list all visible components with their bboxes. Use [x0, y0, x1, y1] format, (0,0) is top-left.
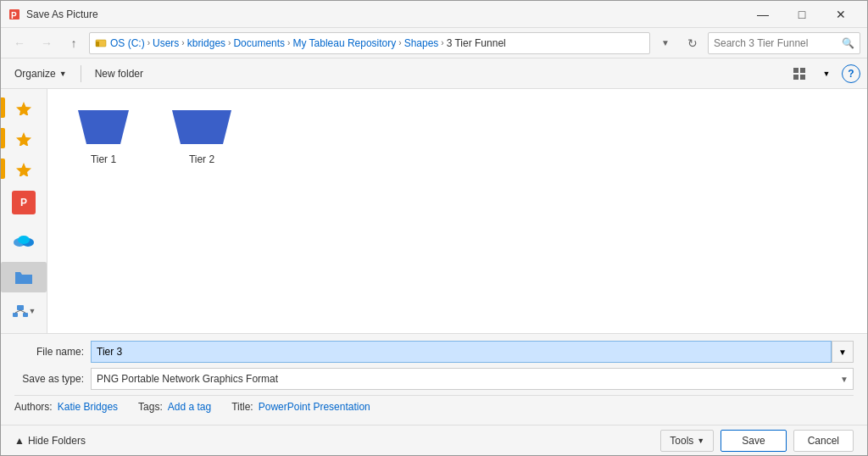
authors-value[interactable]: Katie Bridges	[58, 401, 118, 413]
search-box: 🔍	[708, 32, 860, 54]
breadcrumb-kbridges[interactable]: kbridges	[187, 37, 225, 49]
bottom-section: File name: ▼ Save as type: PNG Portable …	[1, 333, 867, 425]
sidebar-accent-1	[1, 97, 5, 118]
authors-label: Authors:	[14, 401, 53, 413]
sidebar-item-1[interactable]	[1, 96, 47, 120]
file-item-tier2[interactable]: Tier 2	[159, 103, 244, 169]
new-folder-button[interactable]: New folder	[88, 63, 150, 85]
tier1-icon	[70, 106, 137, 148]
svg-rect-5	[800, 68, 805, 73]
maximize-button[interactable]: □	[782, 1, 821, 28]
breadcrumb-documents[interactable]: Documents	[233, 37, 285, 49]
svg-text:P: P	[11, 11, 17, 20]
filename-dropdown-button[interactable]: ▼	[832, 341, 854, 363]
svg-rect-6	[793, 75, 798, 80]
sidebar-item-onedrive[interactable]	[1, 225, 47, 255]
search-input[interactable]	[714, 37, 838, 49]
sidebar-accent-2	[1, 128, 5, 148]
filetype-select[interactable]: PNG Portable Network Graphics Format JPE…	[91, 368, 854, 390]
svg-marker-8	[16, 102, 31, 115]
authors-item: Authors: Katie Bridges	[14, 401, 118, 413]
sidebar-expand-icon: ▼	[29, 307, 36, 315]
svg-rect-3	[96, 42, 99, 47]
app-icon: P	[8, 8, 21, 21]
sidebar-item-bottom[interactable]: ▼	[1, 299, 47, 323]
breadcrumb-repo[interactable]: My Tableau Repository	[292, 37, 396, 49]
forward-button[interactable]: →	[35, 31, 58, 55]
toolbar: Organize ▼ New folder ▼ ?	[1, 58, 867, 89]
file-item-tier1[interactable]: Tier 1	[61, 103, 146, 169]
meta-row: Authors: Katie Bridges Tags: Add a tag T…	[14, 395, 854, 418]
tags-item: Tags: Add a tag	[138, 401, 211, 413]
hide-folders-button[interactable]: ▲ Hide Folders	[14, 435, 86, 447]
sidebar-item-3[interactable]	[1, 157, 47, 181]
filename-input[interactable]	[91, 341, 832, 363]
title-bar-text: Save As Picture	[26, 8, 743, 20]
filename-row: File name: ▼	[14, 341, 854, 363]
svg-point-13	[18, 236, 30, 244]
breadcrumb-users[interactable]: Users	[153, 37, 179, 49]
tags-value[interactable]: Add a tag	[168, 401, 211, 413]
main-content: P	[1, 89, 867, 333]
tier2-label: Tier 2	[189, 153, 214, 165]
svg-marker-20	[172, 110, 231, 144]
breadcrumb-drive	[95, 36, 108, 49]
breadcrumb-os[interactable]: OS (C:)	[110, 37, 145, 49]
sidebar-item-ppt[interactable]: P	[1, 187, 47, 218]
breadcrumb: OS (C:) › Users › kbridges › Documents ›…	[89, 32, 650, 54]
dropdown-button[interactable]: ▼	[654, 31, 677, 55]
title-value[interactable]: PowerPoint Presentation	[259, 401, 370, 413]
breadcrumb-current: 3 Tier Funnel	[447, 37, 506, 49]
organize-chevron-icon: ▼	[59, 70, 67, 78]
sidebar-item-2[interactable]	[1, 126, 47, 150]
save-button[interactable]: Save	[721, 430, 786, 452]
svg-rect-16	[23, 313, 28, 317]
folder-icon	[14, 269, 34, 286]
title-label: Title:	[231, 401, 253, 413]
sidebar: P	[1, 89, 47, 333]
powerpoint-icon: P	[12, 191, 36, 214]
tier1-label: Tier 1	[91, 153, 116, 165]
sidebar-star-icon-2	[14, 131, 33, 146]
network-icon	[12, 304, 29, 318]
chevron-up-icon: ▲	[14, 435, 25, 447]
title-item: Title: PowerPoint Presentation	[231, 401, 370, 413]
tier2-icon	[168, 106, 236, 148]
filetype-select-wrapper: PNG Portable Network Graphics Format JPE…	[91, 368, 854, 390]
tools-button[interactable]: Tools ▼	[660, 430, 714, 452]
help-button[interactable]: ?	[842, 64, 860, 83]
svg-line-18	[20, 310, 25, 313]
close-button[interactable]: ✕	[821, 1, 860, 28]
filetype-label: Save as type:	[14, 373, 91, 385]
svg-rect-15	[13, 313, 18, 317]
back-button[interactable]: ←	[8, 31, 31, 55]
window: P Save As Picture — □ ✕ ← → ↑ OS (C:) › …	[0, 0, 868, 456]
status-bar: ▲ Hide Folders Tools ▼ Save Cancel	[1, 425, 867, 455]
title-bar-controls: — □ ✕	[743, 1, 860, 28]
refresh-button[interactable]: ↻	[681, 31, 704, 55]
cancel-button[interactable]: Cancel	[793, 430, 854, 452]
sidebar-star-icon-3	[14, 161, 33, 176]
filetype-row: Save as type: PNG Portable Network Graph…	[14, 368, 854, 390]
view-toggle-button[interactable]	[787, 63, 811, 85]
svg-rect-7	[800, 75, 805, 80]
sidebar-accent-3	[1, 158, 5, 179]
title-bar: P Save As Picture — □ ✕	[1, 1, 867, 28]
search-icon: 🔍	[842, 37, 854, 49]
action-buttons: Tools ▼ Save Cancel	[660, 430, 854, 452]
breadcrumb-shapes[interactable]: Shapes	[404, 37, 439, 49]
svg-rect-4	[793, 68, 798, 73]
sidebar-star-icon	[14, 100, 33, 115]
filename-label: File name:	[14, 346, 91, 358]
sidebar-item-folder[interactable]	[1, 262, 47, 292]
up-button[interactable]: ↑	[62, 31, 86, 55]
svg-marker-19	[78, 110, 129, 144]
minimize-button[interactable]: —	[743, 1, 782, 28]
svg-rect-14	[17, 305, 24, 310]
view-options-button[interactable]: ▼	[815, 63, 838, 85]
tags-label: Tags:	[138, 401, 163, 413]
onedrive-icon	[13, 232, 35, 247]
svg-line-17	[15, 310, 20, 313]
tools-chevron-icon: ▼	[697, 437, 704, 445]
organize-button[interactable]: Organize ▼	[8, 63, 74, 85]
